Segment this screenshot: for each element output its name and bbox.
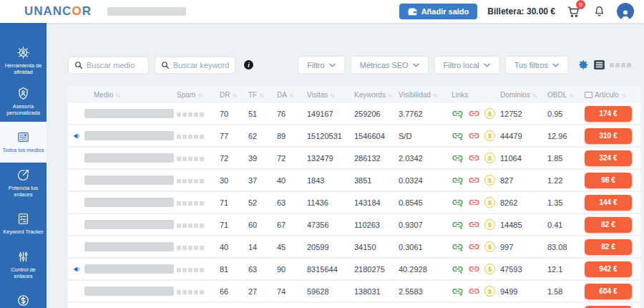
- sidebar-item-todos-los-medios[interactable]: Todos los medios: [0, 122, 47, 163]
- filtro-dropdown[interactable]: Filtro: [298, 56, 344, 74]
- article-price-button[interactable]: 324 €: [585, 150, 632, 166]
- col-articulo[interactable]: Artículo↑↓: [583, 86, 640, 103]
- follow-link-icon[interactable]: [452, 220, 464, 229]
- sidebar-item-asesoria-personalizada[interactable]: Asesoría personalizada: [0, 81, 47, 122]
- col-keywords[interactable]: Keywords↑↓: [353, 86, 397, 103]
- nofollow-link-icon[interactable]: [468, 198, 480, 207]
- col-da[interactable]: DA↑↓: [275, 86, 306, 103]
- col-visitas[interactable]: Visitas↑↓: [306, 86, 353, 103]
- list-view-icon[interactable]: [594, 60, 605, 69]
- follow-link-icon[interactable]: [452, 109, 464, 118]
- paid-link-icon[interactable]: $: [484, 264, 495, 274]
- sidebar-item-control-de-enlaces[interactable]: Control de enlaces: [0, 244, 47, 285]
- article-price-button[interactable]: 136 €: [585, 306, 632, 308]
- follow-link-icon[interactable]: [452, 131, 464, 140]
- nofollow-link-icon[interactable]: [468, 220, 480, 229]
- article-price-button[interactable]: 144 €: [585, 195, 632, 211]
- obdl-value: 0.41: [546, 213, 583, 236]
- nofollow-link-icon[interactable]: [468, 153, 480, 163]
- table-row[interactable]: 81 63 90 8315644 2180275 40.2928 $ 47593…: [68, 258, 640, 280]
- visitas-value: 149167: [306, 103, 353, 125]
- logo-text: UNANC: [24, 4, 72, 18]
- article-price-button[interactable]: 942 €: [585, 261, 632, 277]
- filtro-local-dropdown[interactable]: Filtro local: [434, 56, 499, 74]
- settings-gear-icon[interactable]: [578, 59, 589, 70]
- keywords-value: 259206: [353, 103, 397, 125]
- nofollow-link-icon[interactable]: [468, 131, 480, 140]
- table-row[interactable]: 70 51 76 149167 259206 3.7762 $ 12752 0.…: [68, 103, 640, 125]
- follow-link-icon[interactable]: [452, 198, 464, 207]
- search-medio-box: [68, 57, 149, 74]
- cart-button[interactable]: 0: [565, 4, 581, 19]
- paid-link-icon[interactable]: $: [484, 108, 495, 119]
- col-visibilidad[interactable]: Visibilidad↑↓: [397, 86, 450, 103]
- grid-view-icon[interactable]: [610, 63, 631, 67]
- article-price-button[interactable]: 98 €: [585, 173, 632, 188]
- visitas-value: 20599: [306, 236, 353, 258]
- sidebar-item-potencia-tus-enlaces[interactable]: Potencia tus enlaces: [0, 163, 47, 203]
- obdl-value: 83.08: [546, 236, 583, 258]
- table-row[interactable]: 40 14 45 20599 34150 0.3061 $ 997 83.08 …: [68, 236, 640, 258]
- follow-link-icon[interactable]: [452, 264, 464, 274]
- article-price-button[interactable]: 310 €: [585, 128, 632, 144]
- paid-link-icon[interactable]: $: [484, 219, 495, 230]
- sidebar-item-keyword-tracker[interactable]: Keyword Tracker: [0, 203, 47, 244]
- col-dominios[interactable]: Dominios↑↓: [499, 86, 546, 103]
- visitas-value: 8315644: [306, 258, 353, 280]
- info-icon[interactable]: i: [244, 60, 253, 69]
- tus-filtros-dropdown[interactable]: Tus filtros: [505, 56, 568, 74]
- unancor-logo[interactable]: UNANCOR: [24, 4, 92, 19]
- toolbar-right: Filtro Métricas SEO Filtro local Tus fil…: [298, 56, 631, 74]
- table-row[interactable]: 30 37 40 1843 3851 0.0324 $ 827 1.22 98 …: [68, 169, 640, 191]
- obdl-value: 1.58: [546, 280, 583, 302]
- cart-badge: 0: [576, 0, 585, 9]
- col-spam[interactable]: Spam↑↓: [175, 86, 218, 103]
- col-dr[interactable]: DR↑↓: [218, 86, 247, 103]
- bell-icon: [593, 5, 605, 18]
- paid-link-icon[interactable]: $: [484, 241, 495, 252]
- sidebar-item-inversion[interactable]: Inversión: [0, 285, 47, 308]
- nofollow-link-icon[interactable]: [468, 287, 480, 296]
- follow-link-icon[interactable]: [452, 153, 464, 163]
- paid-link-icon[interactable]: $: [484, 130, 495, 141]
- redacted-medio-name: [84, 131, 174, 140]
- nofollow-link-icon[interactable]: [468, 109, 480, 118]
- col-medio[interactable]: Medio↑↓: [68, 86, 175, 103]
- follow-link-icon[interactable]: [452, 242, 464, 251]
- visitas-value: 132479: [306, 147, 353, 169]
- nofollow-link-icon[interactable]: [468, 175, 480, 185]
- article-price-button[interactable]: 82 €: [585, 239, 632, 255]
- keyword-tracker-icon: [16, 212, 30, 226]
- search-medio-input[interactable]: [87, 61, 142, 69]
- article-price-button[interactable]: 82 €: [585, 217, 632, 233]
- sidebar-item-herramienta-de-afinidad[interactable]: Herramienta de afinidad: [0, 40, 47, 81]
- table-row[interactable]: 66 27 74 59628 138031 2.5583 $ 9499 1.58…: [68, 280, 640, 302]
- add-balance-button[interactable]: Añadir saldo: [399, 4, 478, 19]
- notifications-button[interactable]: [591, 4, 607, 19]
- article-price-button[interactable]: 604 €: [585, 284, 632, 299]
- metricas-seo-dropdown[interactable]: Métricas SEO: [351, 56, 429, 74]
- dr-value: 66: [218, 280, 247, 302]
- table-row[interactable]: 51 26 52 16352 31712 0.2313 $ 3683 1.37 …: [68, 302, 640, 308]
- col-tf[interactable]: TF↑↓: [247, 86, 275, 103]
- nofollow-link-icon[interactable]: [468, 264, 480, 274]
- table-row[interactable]: 71 60 67 47356 110263 0.9307 $ 14485 0.4…: [68, 213, 640, 236]
- sort-icon: ↑↓: [388, 92, 392, 99]
- search-keywords-input[interactable]: [173, 61, 229, 69]
- paid-link-icon[interactable]: $: [484, 175, 495, 186]
- paid-link-icon[interactable]: $: [484, 286, 495, 297]
- user-avatar[interactable]: [617, 3, 634, 20]
- table-row[interactable]: 71 52 63 11436 143184 0.8545 $ 8262 1.35…: [68, 191, 640, 213]
- paid-link-icon[interactable]: $: [484, 153, 495, 163]
- paid-link-icon[interactable]: $: [484, 197, 495, 208]
- article-price-button[interactable]: 174 €: [585, 106, 632, 122]
- visibilidad-value: 0.3061: [397, 236, 450, 258]
- follow-link-icon[interactable]: [452, 175, 464, 185]
- nofollow-link-icon[interactable]: [468, 242, 480, 251]
- redacted-medio-name: [84, 220, 174, 229]
- col-obdl[interactable]: OBDL↑↓: [546, 86, 583, 103]
- sort-icon: ↑↓: [197, 92, 202, 99]
- follow-link-icon[interactable]: [452, 287, 464, 296]
- table-row[interactable]: 72 39 72 132479 286132 2.0342 $ 11064 1.…: [68, 147, 640, 169]
- table-row[interactable]: 77 62 89 15120531 1546604 S/D $ 44479 12…: [68, 125, 640, 147]
